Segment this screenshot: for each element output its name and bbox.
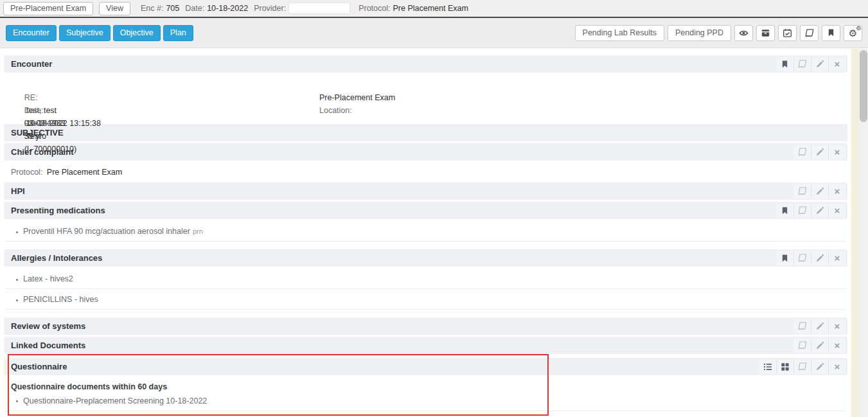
tab-plan[interactable]: Plan (163, 25, 193, 41)
view-button[interactable]: View (99, 2, 130, 15)
close-icon[interactable]: × (828, 339, 846, 353)
encounter-date-line: Date: 10-18-2022 13:15:38 Pre-Placement … (11, 91, 847, 104)
close-icon[interactable]: × (828, 319, 846, 333)
book-icon[interactable] (793, 184, 811, 199)
section-title: HPI (11, 186, 25, 196)
book-icon[interactable] (793, 319, 811, 333)
cc-protocol-value: Pre Placement Exam (47, 168, 122, 177)
allergy-item: Latex - hives2 (5, 269, 846, 289)
section-header-questionnaire: Questionnaire × (4, 358, 847, 375)
encounter-provider-value: Test (26, 132, 41, 141)
scrollbar-thumb[interactable] (860, 50, 867, 122)
pencil-icon[interactable] (811, 319, 828, 333)
encounter-provider-label: Provider: (24, 119, 57, 128)
pencil-icon[interactable] (811, 145, 828, 159)
section-title: Review of systems (11, 321, 85, 331)
medication-list: Proventil HFA 90 mcg/actuation aerosol i… (5, 221, 846, 242)
book-icon[interactable] (793, 251, 811, 265)
tab-objective[interactable]: Objective (113, 25, 161, 41)
right-panel-edge (851, 49, 859, 417)
section-header-review-of-systems: Review of systems × (4, 317, 847, 335)
questionnaire-document-list: Questionnaire-Preplacement Screening 10-… (5, 393, 846, 411)
close-icon[interactable]: × (828, 57, 846, 71)
close-icon[interactable]: × (828, 251, 846, 265)
allergy-item: PENICILLINS - hives (5, 289, 846, 310)
medication-frequency: prn (193, 227, 203, 235)
pencil-icon[interactable] (811, 251, 828, 265)
pending-ppd-button[interactable]: Pending PPD (668, 25, 731, 41)
pencil-icon[interactable] (811, 204, 828, 218)
section-header-subjective: SUBJECTIVE (4, 124, 847, 141)
book-icon[interactable] (800, 25, 819, 41)
enc-number-value: 705 (166, 4, 179, 13)
section-title: Encounter (11, 59, 52, 69)
book-icon[interactable] (793, 339, 811, 353)
medication-item: Proventil HFA 90 mcg/actuation aerosol i… (5, 221, 846, 242)
bookmark-icon[interactable] (776, 204, 793, 218)
eye-icon[interactable] (734, 25, 753, 41)
protocol-label: Protocol: (359, 4, 390, 13)
pencil-icon[interactable] (811, 184, 828, 199)
section-title: Allergies / Intolerances (11, 253, 102, 263)
section-title: Linked Documents (11, 341, 85, 350)
exam-name-button[interactable]: Pre-Placement Exam (3, 2, 93, 15)
medication-text: Proventil HFA 90 mcg/actuation aerosol i… (23, 227, 190, 236)
gears-icon[interactable]: ⚙⚙ (844, 25, 862, 41)
close-icon[interactable]: × (828, 145, 846, 159)
enc-number-label: Enc #: (141, 4, 163, 13)
section-title: Presenting medications (11, 206, 105, 215)
patient-line: RE: test, test 03-03-1983 39 y/o (l -700… (11, 78, 847, 91)
close-icon[interactable]: × (828, 204, 846, 218)
close-icon[interactable]: × (828, 184, 846, 199)
encounter-exam-type: Pre-Placement Exam (319, 91, 395, 104)
grid-view-icon[interactable] (776, 360, 793, 374)
section-header-linked-documents: Linked Documents × (4, 337, 847, 354)
pencil-icon[interactable] (811, 57, 828, 71)
book-icon[interactable] (793, 145, 811, 159)
tab-subjective[interactable]: Subjective (59, 25, 111, 41)
bookmark-icon[interactable] (822, 25, 840, 41)
questionnaire-document-link[interactable]: Questionnaire-Preplacement Screening 10-… (5, 393, 846, 411)
pending-lab-results-button[interactable]: Pending Lab Results (575, 25, 664, 41)
section-header-chief-complaint: Chief complaint × (4, 143, 847, 161)
close-icon[interactable]: × (828, 360, 846, 374)
book-icon[interactable] (793, 204, 811, 218)
nav-toolbar: Encounter Subjective Objective Plan Pend… (0, 18, 868, 48)
provider-label: Provider: (254, 4, 286, 13)
allergy-list: Latex - hives2 PENICILLINS - hives (5, 269, 846, 310)
pencil-icon[interactable] (811, 339, 828, 353)
archive-icon[interactable] (756, 25, 775, 41)
book-icon[interactable] (793, 57, 811, 71)
encounter-body: RE: test, test 03-03-1983 39 y/o (l -700… (4, 75, 847, 124)
tab-encounter[interactable]: Encounter (6, 25, 57, 41)
encounter-location-label: Location: (319, 104, 352, 117)
list-view-icon[interactable] (759, 360, 776, 374)
cc-protocol-label: Protocol: (11, 168, 42, 177)
questionnaire-subtitle: Questionnaire documents within 60 days (4, 377, 847, 393)
protocol-value: Pre Placement Exam (393, 4, 468, 13)
book-icon[interactable] (793, 360, 811, 374)
section-header-encounter: Encounter × (4, 55, 847, 73)
section-header-allergies: Allergies / Intolerances × (4, 249, 847, 267)
pencil-icon[interactable] (811, 360, 828, 374)
provider-input[interactable] (288, 3, 350, 14)
section-header-presenting-medications: Presenting medications × (4, 202, 847, 219)
date-label: Date: (185, 4, 204, 13)
encounter-provider-line: Provider: Test Location: (11, 104, 847, 117)
chief-complaint-body: Protocol: Pre Placement Exam (4, 163, 847, 182)
section-title: Questionnaire (11, 362, 67, 371)
chart-content: Encounter × RE: test, test 03-03-1983 39… (0, 49, 851, 417)
top-toolbar: Pre-Placement Exam View Enc #: 705 Date:… (0, 0, 868, 18)
date-value: 10-18-2022 (207, 4, 248, 13)
bookmark-icon[interactable] (776, 57, 793, 71)
vertical-scrollbar[interactable] (859, 49, 868, 417)
questionnaire-section: Questionnaire × Questionnaire documents … (4, 358, 847, 411)
calendar-check-icon[interactable] (778, 25, 797, 41)
bookmark-icon[interactable] (776, 251, 793, 265)
section-header-hpi: HPI × (4, 182, 847, 200)
patient-id: (l -700000010) (24, 145, 76, 154)
